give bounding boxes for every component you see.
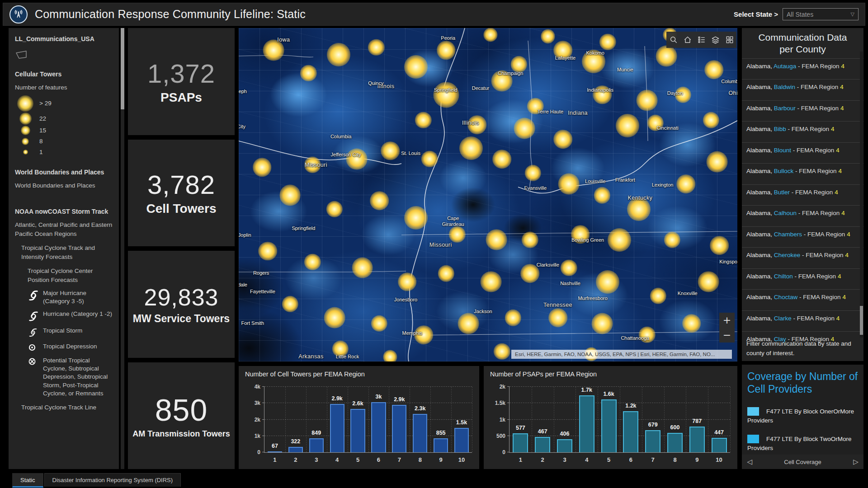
state-label: Illinois bbox=[462, 120, 479, 126]
cell-tower-cluster bbox=[467, 115, 486, 134]
county-suffix: - FEMA Region bbox=[795, 273, 838, 280]
cell-tower-cluster bbox=[682, 314, 701, 333]
bar-region-9[interactable] bbox=[434, 438, 448, 452]
gridline bbox=[554, 387, 554, 452]
cell-tower-cluster bbox=[421, 151, 438, 167]
legend-label: F477 LTE By Block TwoOrMore Providers bbox=[747, 436, 852, 451]
county-row[interactable]: Alabama, Bullock - FEMA Region 4 bbox=[742, 163, 863, 184]
city-label: Dayton bbox=[667, 90, 683, 96]
bar-value-label: 2.6k bbox=[348, 400, 368, 407]
city-label: Nashville bbox=[560, 281, 580, 286]
county-name: Calhoun bbox=[774, 210, 798, 216]
county-row[interactable]: Alabama, Calhoun - FEMA Region 4 bbox=[742, 205, 863, 226]
bar-region-10[interactable] bbox=[454, 428, 469, 452]
county-name: Clarke bbox=[774, 315, 793, 322]
state-label: Indiana bbox=[568, 110, 588, 116]
bar-region-6[interactable] bbox=[371, 402, 386, 452]
bar-region-2[interactable] bbox=[535, 437, 550, 452]
bar-region-6[interactable] bbox=[623, 411, 638, 452]
x-axis-tick-label: 8 bbox=[410, 456, 430, 463]
stat-label: AM Transmission Towers bbox=[132, 429, 230, 439]
scrollbar-thumb[interactable] bbox=[860, 306, 863, 335]
county-row[interactable]: Alabama, Chilton - FEMA Region 4 bbox=[742, 268, 863, 290]
county-row[interactable]: Alabama, Autauga - FEMA Region 4 bbox=[742, 58, 863, 80]
county-row[interactable]: Alabama, Clarke - FEMA Region 4 bbox=[742, 310, 863, 332]
bar-region-1[interactable] bbox=[513, 433, 528, 452]
cell-tower-cluster bbox=[404, 206, 428, 230]
cell-tower-cluster bbox=[304, 156, 321, 173]
layer-title: LL_Communications_USA bbox=[15, 35, 113, 42]
city-label: Louisville bbox=[585, 178, 605, 184]
coverage-map[interactable]: IowaIllinoisIllinoisMissouriMissouriIndi… bbox=[239, 28, 737, 361]
bar-region-3[interactable] bbox=[309, 438, 324, 452]
bar-region-9[interactable] bbox=[689, 427, 705, 452]
legend-feature-row: 22 bbox=[15, 112, 113, 125]
axis-tick bbox=[262, 386, 264, 387]
bar-region-1[interactable] bbox=[268, 451, 282, 452]
fema-region-number: 4 bbox=[847, 231, 850, 238]
county-scrollbar[interactable] bbox=[860, 52, 863, 338]
state-label: Ohio bbox=[728, 90, 737, 96]
county-row[interactable]: Alabama, Choctaw - FEMA Region 4 bbox=[742, 289, 863, 310]
cell-tower-cluster bbox=[656, 46, 677, 67]
bar-region-3[interactable] bbox=[557, 439, 572, 452]
stat-card: 1,372PSAPs bbox=[128, 28, 235, 135]
state-dropdown[interactable]: All States ▽ bbox=[783, 8, 859, 20]
header-bar: Communication Response Community Lifelin… bbox=[3, 3, 865, 26]
zoom-in-button[interactable]: + bbox=[719, 313, 735, 328]
layers-icon[interactable] bbox=[708, 32, 722, 48]
bar-value-label: 855 bbox=[430, 430, 451, 436]
gridline bbox=[348, 387, 348, 452]
county-suffix: - FEMA Region bbox=[795, 168, 838, 174]
x-axis-tick-label: 4 bbox=[576, 456, 598, 463]
prev-arrow-button[interactable]: ◁ bbox=[742, 458, 757, 466]
bar-region-5[interactable] bbox=[601, 399, 617, 452]
county-row[interactable]: Alabama, Blount - FEMA Region 4 bbox=[742, 142, 863, 164]
county-row[interactable]: Alabama, Barbour - FEMA Region 4 bbox=[742, 100, 863, 122]
sidebar-scrollbar[interactable] bbox=[121, 28, 124, 469]
axis-tick bbox=[507, 419, 509, 420]
bar-region-4[interactable] bbox=[579, 395, 594, 452]
county-suffix: - FEMA Region bbox=[798, 63, 841, 70]
bar-region-10[interactable] bbox=[712, 438, 727, 452]
chevron-down-icon: ▽ bbox=[851, 11, 854, 17]
bar-region-4[interactable] bbox=[330, 404, 344, 452]
home-icon[interactable] bbox=[680, 32, 694, 48]
bar-region-7[interactable] bbox=[392, 405, 406, 452]
search-icon[interactable] bbox=[666, 32, 680, 48]
scrollbar-thumb[interactable] bbox=[121, 28, 124, 109]
bar-region-8[interactable] bbox=[413, 414, 427, 452]
legend-swatch bbox=[747, 435, 759, 443]
legend-feature-label: 22 bbox=[39, 115, 46, 122]
county-state: Alabama, bbox=[746, 315, 774, 322]
basemap-icon[interactable] bbox=[722, 32, 736, 48]
cell-tower-cluster bbox=[704, 60, 723, 79]
bar-region-8[interactable] bbox=[667, 433, 683, 453]
coverage-title: Coverage by Number of Cell Providers bbox=[742, 365, 863, 395]
tab-disaster-information-reporting-system-dirs[interactable]: Disaster Information Reporting System (D… bbox=[44, 473, 181, 487]
bar-region-2[interactable] bbox=[288, 447, 303, 452]
county-row[interactable]: Alabama, Chambers - FEMA Region 4 bbox=[742, 226, 863, 248]
zoom-out-button[interactable]: − bbox=[719, 328, 735, 343]
bar-value-label: 3k bbox=[368, 394, 389, 400]
county-row[interactable]: Alabama, Baldwin - FEMA Region 4 bbox=[742, 79, 863, 100]
county-name: Barbour bbox=[774, 105, 797, 112]
cell-tower-cluster bbox=[415, 112, 431, 128]
next-arrow-button[interactable]: ▷ bbox=[848, 458, 863, 466]
city-label: Joplin bbox=[239, 232, 251, 238]
county-row[interactable]: Alabama, Bibb - FEMA Region 4 bbox=[742, 121, 863, 142]
city-label: Lexington bbox=[652, 182, 674, 188]
cell-tower-cluster bbox=[553, 130, 572, 149]
cell-tower-cluster bbox=[558, 174, 580, 195]
bar-region-5[interactable] bbox=[350, 409, 365, 452]
cell-tower-cluster bbox=[593, 85, 612, 104]
bar-region-7[interactable] bbox=[645, 430, 660, 452]
stat-value: 3,782 bbox=[147, 169, 215, 200]
county-row[interactable]: Alabama, Butler - FEMA Region 4 bbox=[742, 184, 863, 206]
legend-icon[interactable] bbox=[694, 32, 708, 48]
tab-static[interactable]: Static bbox=[12, 473, 43, 488]
county-state: Alabama, bbox=[746, 105, 774, 112]
map-attribution: Esri, HERE, Garmin, FAO, NOAA, USGS, EPA… bbox=[511, 350, 732, 359]
county-row[interactable]: Alabama, Cherokee - FEMA Region 4 bbox=[742, 247, 863, 268]
city-label: Lafayette bbox=[555, 55, 576, 61]
